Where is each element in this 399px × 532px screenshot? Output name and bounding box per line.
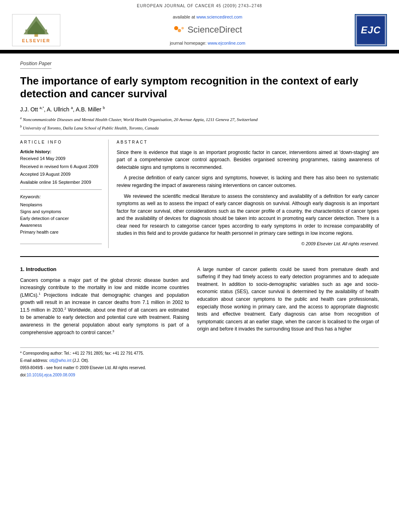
keyword-4: Awareness [20, 222, 102, 229]
ref-1: 1 [39, 292, 40, 296]
body-section-1: 1. Introduction Cancers comprise a major… [20, 256, 379, 340]
svg-rect-4 [45, 30, 47, 35]
copyright-line: © 2009 Elsevier Ltd. All rights reserved… [117, 240, 379, 247]
footnote-corresponding: * Corresponding author: Tel.: +41 22 791… [20, 350, 379, 356]
elsevier-tree-graphic [16, 14, 56, 38]
journal-homepage-text: journal homepage: www.ejconline.com [170, 40, 245, 47]
article-info-column: ARTICLE INFO Article history: Received 1… [20, 140, 109, 248]
abstract-para-2: A precise definition of early cancer sig… [117, 174, 379, 189]
history-label: Article history: [20, 149, 102, 155]
author-sup-a: a,* [39, 106, 44, 110]
ref-3: 3 [112, 329, 114, 333]
svg-point-5 [174, 26, 178, 30]
ref-2: 2 [64, 307, 66, 310]
main-content: Position Paper The importance of early s… [0, 53, 399, 378]
hr-bottom-left [20, 244, 102, 244]
sciencedirect-url[interactable]: www.sciencedirect.com [196, 14, 242, 19]
page-wrapper: EUROPEAN JOURNAL OF CANCER 45 (2009) 274… [0, 0, 399, 532]
keywords-label: Keywords: [20, 194, 102, 200]
sd-icon-svg [173, 25, 185, 35]
affiliation-a: a Noncommunicable Diseases and Mental He… [20, 116, 379, 123]
keyword-2: Signs and symptoms [20, 209, 102, 215]
section1-right-para-1: A large number of cancer patients could … [197, 266, 379, 333]
received-text: Received 14 May 2009 [20, 156, 102, 162]
center-logos: available at www.sciencedirect.com Scien… [170, 14, 245, 47]
abstract-text: Since there is evidence that stage is an… [117, 149, 379, 248]
doi-link[interactable]: 10.1016/j.ejca.2009.08.009 [27, 373, 75, 377]
abstract-para-1: Since there is evidence that stage is an… [117, 149, 379, 171]
body-left-col: 1. Introduction Cancers comprise a major… [20, 266, 189, 340]
section-1-title: 1. Introduction [20, 266, 189, 273]
svg-point-6 [178, 29, 181, 32]
footnote-doi: doi:10.1016/j.ejca.2009.08.009 [20, 372, 379, 378]
footnote-section: * Corresponding author: Tel.: +41 22 791… [20, 347, 379, 378]
email-link[interactable]: ottj@who.int [49, 358, 71, 363]
elsevier-logo: ELSEVIER [12, 14, 60, 46]
sciencedirect-wordmark: ScienceDirect [187, 23, 242, 36]
aff-sup-b: b [20, 125, 22, 128]
authors-line: J.J. Ott a,*, A. Ullrich a, A.B. Miller … [20, 105, 379, 113]
aff-sup-a: a [20, 116, 22, 120]
footnote-issn: 0959-8049/$ - see front matter © 2009 El… [20, 365, 379, 371]
keyword-3: Early detection of cancer [20, 216, 102, 222]
accepted-text: Accepted 19 August 2009 [20, 171, 102, 177]
article-title: The importance of early symptom recognit… [20, 74, 379, 101]
position-paper-section: Position Paper [20, 60, 379, 72]
available-online-text: Available online 16 September 2009 [20, 179, 102, 185]
keyword-1: Neoplasms [20, 202, 102, 208]
keyword-5: Primary health care [20, 229, 102, 236]
article-info-header: ARTICLE INFO [20, 140, 102, 146]
author-sup-b: a [71, 106, 73, 110]
journal-header: EUROPEAN JOURNAL OF CANCER 45 (2009) 274… [0, 0, 399, 11]
homepage-url[interactable]: www.ejconline.com [208, 41, 245, 45]
journal-header-text: EUROPEAN JOURNAL OF CANCER 45 (2009) 274… [137, 4, 262, 8]
position-paper-label: Position Paper [20, 60, 51, 68]
svg-point-7 [181, 27, 184, 29]
abstract-para-3: We reviewed the scientific medical liter… [117, 193, 379, 238]
received-revised-text: Received in revised form 6 August 2009 [20, 164, 102, 170]
footnote-email: E-mail address: ottj@who.int (J.J. Ott). [20, 357, 379, 364]
available-at-text: available at www.sciencedirect.com [173, 14, 242, 21]
elsevier-text: ELSEVIER [22, 38, 50, 44]
author-sup-c: b [103, 106, 105, 110]
abstract-header: ABSTRACT [117, 140, 379, 146]
hr-separator-1 [20, 135, 379, 136]
ejc-logo: EJC [355, 14, 387, 46]
hr-keywords [20, 189, 102, 190]
article-info-abstract-section: ARTICLE INFO Article history: Received 1… [20, 140, 379, 248]
body-right-col: A large number of cancer patients could … [197, 266, 379, 340]
abstract-column: ABSTRACT Since there is evidence that st… [117, 140, 379, 248]
sciencedirect-logo: ScienceDirect [173, 23, 242, 36]
ejc-inner: EJC [357, 16, 385, 44]
sciencedirect-icon [173, 25, 185, 35]
section1-left-para-1: Cancers comprise a major part of the glo… [20, 277, 189, 337]
logo-bar: ELSEVIER available at www.sciencedirect.… [0, 11, 399, 51]
body-two-col: 1. Introduction Cancers comprise a major… [20, 266, 379, 340]
svg-rect-3 [25, 30, 27, 35]
affiliation-b: b University of Toronto, Dalla Lana Scho… [20, 124, 379, 131]
